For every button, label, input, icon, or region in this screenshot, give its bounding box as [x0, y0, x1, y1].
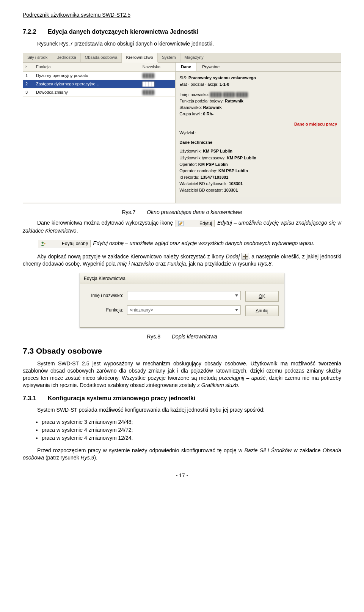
chevron-down-icon [235, 294, 238, 297]
col-nazwisko[interactable]: Nazwisko [140, 63, 175, 71]
cancel-button[interactable]: Anuluj [245, 305, 279, 316]
section-header-techniczne: Dane techniczne [179, 140, 212, 145]
kierownictwo-list: Ł Funkcja Nazwisko 1 Dyżurny operacyjny … [23, 63, 176, 203]
table-row[interactable]: 2 Zastępca dyżurnego operacyjne… ████ [23, 80, 175, 88]
col-l[interactable]: Ł [23, 63, 34, 71]
label-imie-nazwisko: Imię i nazwisko: [85, 293, 127, 299]
detail-pane: SIS: Pracownicy systemu zmianowego Etat … [176, 72, 341, 197]
figure-8-caption: Rys.8Dopis kierownictwa [23, 333, 341, 340]
kierownictwo-window: Siły i środki Jednostka Obsada osobowa K… [23, 53, 341, 203]
para-7-3: System SWD-ST 2.5 jest wyposażony w mech… [23, 360, 341, 389]
list-item: praca w systemie 3 zmianowym 24/48; [42, 418, 341, 426]
tab-jednostka[interactable]: Jednostka [53, 53, 81, 62]
figure-7-caption: Rys.7Okno prezentujące dane o kierownict… [23, 209, 341, 216]
label-funkcja: Funkcja: [85, 307, 127, 313]
list-item: praca w systemie 4 zmianowym 24/72; [42, 426, 341, 434]
sec-title: Edycja danych dotyczących kierownictwa J… [48, 28, 198, 35]
tab-sily[interactable]: Siły i środki [23, 53, 53, 62]
para-edytuj-osobe: Edytuj osobę Edytuj osobę – umożliwia wg… [23, 240, 341, 247]
dialog-title: Edycja Kierownictwa [80, 273, 284, 284]
intro-7-2-2: Rysunek Rys.7 przedstawia okno obsługi d… [23, 40, 341, 47]
tab-kierownictwo[interactable]: Kierownictwo [122, 53, 158, 63]
funkcja-field[interactable]: <nieznany> [127, 305, 241, 315]
sec-7-3-1-heading: 7.3.1Konfiguracja systemu zmianowego pra… [23, 394, 341, 403]
page-number: - 17 - [23, 472, 341, 479]
table-row[interactable]: 1 Dyżurny operacyjny powiatu ████ [23, 72, 175, 80]
subtab-prywatne[interactable]: Prywatne [197, 63, 225, 71]
section-header-miejsce-pracy: Dane o miejscu pracy [179, 121, 337, 127]
tab-magazyny[interactable]: Magazyny [180, 53, 208, 62]
para-7-3-1: System SWD-ST posiada możliwość konfigur… [23, 406, 341, 414]
para-dodaj: Aby dopisać nową pozycje w zakładce Kier… [23, 253, 341, 267]
para-post-bullets: Przed rozpoczęciem pracy w systemie nale… [23, 447, 341, 461]
shift-mode-list: praca w systemie 3 zmianowym 24/48; prac… [42, 418, 341, 442]
tab-system[interactable]: System [158, 53, 180, 62]
subtab-dane[interactable]: Dane [176, 63, 197, 71]
list-item: praca w systemie 4 zmianowym 12/24. [42, 434, 341, 442]
detail-tabstrip: Dane Prywatne [176, 63, 341, 72]
sec-7-2-2-heading: 7.2.2Edycja danych dotyczących kierownic… [23, 28, 341, 36]
edit-icon [178, 221, 184, 226]
tab-obsada[interactable]: Obsada osobowa [81, 53, 122, 62]
edytuj-osobe-button[interactable]: Edytuj osobę [38, 240, 91, 247]
sec-7-3-heading: 7.3 Obsady osobowe [23, 346, 341, 356]
imie-nazwisko-field[interactable] [127, 291, 241, 300]
add-icon[interactable] [242, 253, 248, 260]
edytuj-button[interactable]: Edytuj [176, 220, 215, 227]
para-edytuj: Dane kierownictwa można edytować wykorzy… [23, 219, 341, 234]
main-tabstrip: Siły i środki Jednostka Obsada osobowa K… [23, 53, 341, 63]
col-funkcja[interactable]: Funkcja [34, 63, 140, 71]
edycja-kierownictwa-dialog: Edycja Kierownictwa Imię i nazwisko: Fun… [80, 273, 284, 328]
ok-button[interactable]: OK [245, 291, 279, 302]
person-edit-icon [41, 241, 46, 246]
sec-num: 7.2.2 [23, 28, 48, 36]
page-header: Podręcznik użytkownika systemu SWD-ST2.5 [23, 11, 341, 19]
chevron-down-icon [235, 309, 238, 311]
table-row[interactable]: 3 Dowódca zmiany ████ [23, 88, 175, 96]
svg-point-1 [42, 242, 44, 244]
